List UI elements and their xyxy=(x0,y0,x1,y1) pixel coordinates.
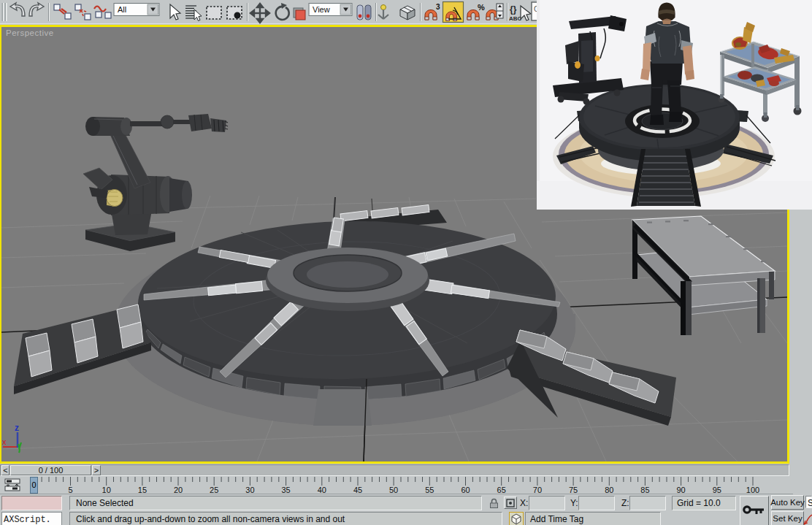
svg-text:60: 60 xyxy=(461,486,470,494)
svg-text:{}: {} xyxy=(510,4,517,15)
svg-text:70: 70 xyxy=(533,486,542,494)
svg-text:65: 65 xyxy=(497,486,506,494)
svg-text:x: x xyxy=(2,437,7,446)
svg-text:5: 5 xyxy=(68,486,72,494)
svg-text:20: 20 xyxy=(174,486,183,494)
svg-text:10: 10 xyxy=(102,486,111,494)
svg-text:75: 75 xyxy=(569,486,578,494)
svg-text:45: 45 xyxy=(353,486,362,494)
svg-text:35: 35 xyxy=(281,486,290,494)
svg-text:3: 3 xyxy=(436,3,440,11)
svg-text:95: 95 xyxy=(713,486,721,494)
svg-text:ABC: ABC xyxy=(509,15,522,22)
svg-text:90: 90 xyxy=(676,486,685,494)
svg-text:85: 85 xyxy=(640,486,649,494)
svg-text:40: 40 xyxy=(318,486,326,494)
svg-text:100: 100 xyxy=(746,486,759,494)
svg-text:%: % xyxy=(478,3,485,12)
svg-text:80: 80 xyxy=(605,486,613,494)
svg-text:30: 30 xyxy=(245,486,254,494)
svg-text:All: All xyxy=(118,5,126,14)
svg-text:50: 50 xyxy=(389,486,398,494)
svg-text:z: z xyxy=(15,423,19,433)
svg-text:View: View xyxy=(313,5,330,14)
svg-text:55: 55 xyxy=(425,486,434,494)
svg-text:25: 25 xyxy=(210,486,218,494)
svg-text:15: 15 xyxy=(138,486,147,494)
